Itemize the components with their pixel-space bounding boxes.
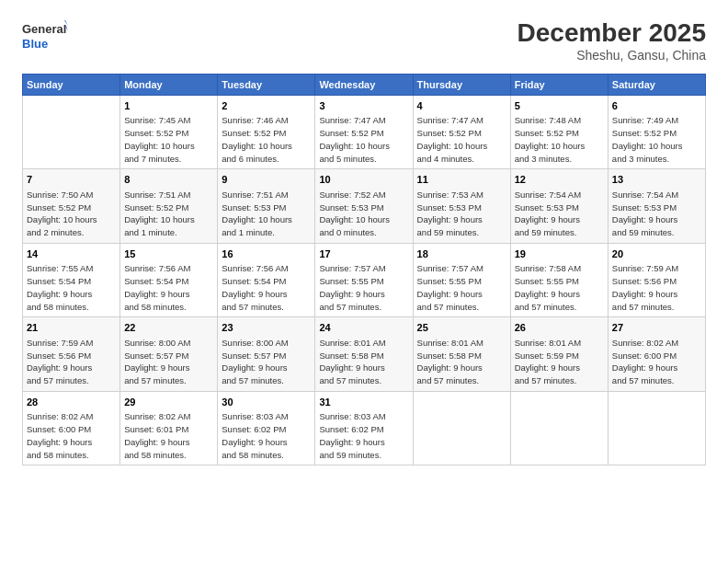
day-number: 30 bbox=[222, 396, 311, 409]
day-number: 28 bbox=[27, 396, 116, 409]
day-number: 6 bbox=[612, 99, 701, 113]
day-info: Sunrise: 7:47 AM Sunset: 5:52 PM Dayligh… bbox=[417, 114, 506, 165]
day-number: 3 bbox=[319, 99, 408, 113]
day-number: 5 bbox=[515, 99, 604, 113]
day-info: Sunrise: 7:49 AM Sunset: 5:52 PM Dayligh… bbox=[612, 114, 701, 165]
day-cell: 21Sunrise: 7:59 AM Sunset: 5:56 PM Dayli… bbox=[23, 317, 120, 391]
day-number: 14 bbox=[27, 247, 116, 261]
day-cell: 13Sunrise: 7:54 AM Sunset: 5:53 PM Dayli… bbox=[608, 169, 705, 243]
day-info: Sunrise: 7:45 AM Sunset: 5:52 PM Dayligh… bbox=[124, 114, 213, 165]
header-row: SundayMondayTuesdayWednesdayThursdayFrid… bbox=[23, 75, 706, 96]
day-cell: 31Sunrise: 8:03 AM Sunset: 6:02 PM Dayli… bbox=[315, 391, 413, 465]
day-info: Sunrise: 7:51 AM Sunset: 5:52 PM Dayligh… bbox=[124, 189, 213, 239]
day-number: 9 bbox=[222, 173, 311, 187]
col-header-thursday: Thursday bbox=[413, 75, 510, 96]
logo: General Blue bbox=[22, 18, 68, 53]
week-row-1: 1Sunrise: 7:45 AM Sunset: 5:52 PM Daylig… bbox=[23, 96, 706, 169]
day-info: Sunrise: 7:57 AM Sunset: 5:55 PM Dayligh… bbox=[417, 262, 506, 313]
day-number: 24 bbox=[319, 321, 408, 335]
day-cell: 14Sunrise: 7:55 AM Sunset: 5:54 PM Dayli… bbox=[23, 243, 120, 316]
day-number: 26 bbox=[515, 321, 604, 335]
calendar-table: SundayMondayTuesdayWednesdayThursdayFrid… bbox=[22, 74, 706, 465]
day-info: Sunrise: 8:03 AM Sunset: 6:02 PM Dayligh… bbox=[319, 410, 408, 461]
day-info: Sunrise: 8:00 AM Sunset: 5:57 PM Dayligh… bbox=[124, 337, 213, 387]
day-cell: 20Sunrise: 7:59 AM Sunset: 5:56 PM Dayli… bbox=[608, 243, 705, 316]
svg-text:General: General bbox=[22, 22, 66, 36]
day-info: Sunrise: 8:01 AM Sunset: 5:58 PM Dayligh… bbox=[417, 337, 506, 387]
day-info: Sunrise: 8:00 AM Sunset: 5:57 PM Dayligh… bbox=[222, 337, 311, 387]
week-row-4: 21Sunrise: 7:59 AM Sunset: 5:56 PM Dayli… bbox=[23, 317, 706, 391]
day-cell: 19Sunrise: 7:58 AM Sunset: 5:55 PM Dayli… bbox=[510, 243, 608, 316]
day-info: Sunrise: 7:54 AM Sunset: 5:53 PM Dayligh… bbox=[612, 189, 701, 239]
day-cell: 11Sunrise: 7:53 AM Sunset: 5:53 PM Dayli… bbox=[413, 169, 510, 243]
day-number: 11 bbox=[417, 173, 506, 187]
day-info: Sunrise: 7:56 AM Sunset: 5:54 PM Dayligh… bbox=[124, 262, 213, 313]
day-info: Sunrise: 8:01 AM Sunset: 5:58 PM Dayligh… bbox=[319, 337, 408, 387]
col-header-wednesday: Wednesday bbox=[315, 75, 413, 96]
day-number: 21 bbox=[27, 321, 116, 335]
day-cell: 12Sunrise: 7:54 AM Sunset: 5:53 PM Dayli… bbox=[510, 169, 608, 243]
day-info: Sunrise: 7:51 AM Sunset: 5:53 PM Dayligh… bbox=[222, 189, 311, 239]
day-info: Sunrise: 7:59 AM Sunset: 5:56 PM Dayligh… bbox=[612, 262, 701, 313]
day-info: Sunrise: 7:59 AM Sunset: 5:56 PM Dayligh… bbox=[27, 337, 116, 387]
page-header: General Blue December 2025 Sheshu, Gansu… bbox=[22, 18, 706, 63]
day-cell bbox=[608, 391, 705, 465]
day-number: 27 bbox=[612, 321, 701, 335]
day-cell: 8Sunrise: 7:51 AM Sunset: 5:52 PM Daylig… bbox=[120, 169, 218, 243]
day-number: 2 bbox=[222, 99, 311, 113]
day-cell: 23Sunrise: 8:00 AM Sunset: 5:57 PM Dayli… bbox=[218, 317, 315, 391]
day-info: Sunrise: 7:54 AM Sunset: 5:53 PM Dayligh… bbox=[515, 189, 604, 239]
day-cell: 10Sunrise: 7:52 AM Sunset: 5:53 PM Dayli… bbox=[315, 169, 413, 243]
svg-text:Blue: Blue bbox=[22, 37, 48, 51]
day-number: 15 bbox=[124, 247, 213, 261]
day-info: Sunrise: 7:48 AM Sunset: 5:52 PM Dayligh… bbox=[515, 114, 604, 165]
day-cell: 7Sunrise: 7:50 AM Sunset: 5:52 PM Daylig… bbox=[23, 169, 120, 243]
day-number: 8 bbox=[124, 173, 213, 187]
page-subtitle: Sheshu, Gansu, China bbox=[518, 48, 706, 63]
day-number: 20 bbox=[612, 247, 701, 261]
week-row-5: 28Sunrise: 8:02 AM Sunset: 6:00 PM Dayli… bbox=[23, 391, 706, 465]
day-cell: 25Sunrise: 8:01 AM Sunset: 5:58 PM Dayli… bbox=[413, 317, 510, 391]
day-number: 16 bbox=[222, 247, 311, 261]
day-cell: 15Sunrise: 7:56 AM Sunset: 5:54 PM Dayli… bbox=[120, 243, 218, 316]
day-cell: 16Sunrise: 7:56 AM Sunset: 5:54 PM Dayli… bbox=[218, 243, 315, 316]
day-info: Sunrise: 7:56 AM Sunset: 5:54 PM Dayligh… bbox=[222, 262, 311, 313]
day-number: 22 bbox=[124, 321, 213, 335]
day-cell: 9Sunrise: 7:51 AM Sunset: 5:53 PM Daylig… bbox=[218, 169, 315, 243]
day-cell bbox=[510, 391, 608, 465]
day-number: 17 bbox=[319, 247, 408, 261]
day-info: Sunrise: 7:50 AM Sunset: 5:52 PM Dayligh… bbox=[27, 189, 116, 239]
col-header-tuesday: Tuesday bbox=[218, 75, 315, 96]
day-number: 19 bbox=[515, 247, 604, 261]
col-header-sunday: Sunday bbox=[23, 75, 120, 96]
day-cell: 5Sunrise: 7:48 AM Sunset: 5:52 PM Daylig… bbox=[510, 96, 608, 169]
day-cell bbox=[23, 96, 120, 169]
day-info: Sunrise: 7:57 AM Sunset: 5:55 PM Dayligh… bbox=[319, 262, 408, 313]
day-info: Sunrise: 8:02 AM Sunset: 6:00 PM Dayligh… bbox=[612, 337, 701, 387]
day-number: 4 bbox=[417, 99, 506, 113]
day-cell bbox=[413, 391, 510, 465]
day-info: Sunrise: 7:47 AM Sunset: 5:52 PM Dayligh… bbox=[319, 114, 408, 165]
day-number: 1 bbox=[124, 99, 213, 113]
day-info: Sunrise: 8:01 AM Sunset: 5:59 PM Dayligh… bbox=[515, 337, 604, 387]
col-header-monday: Monday bbox=[120, 75, 218, 96]
day-cell: 4Sunrise: 7:47 AM Sunset: 5:52 PM Daylig… bbox=[413, 96, 510, 169]
col-header-saturday: Saturday bbox=[608, 75, 705, 96]
day-number: 31 bbox=[319, 396, 408, 409]
day-info: Sunrise: 8:02 AM Sunset: 6:01 PM Dayligh… bbox=[124, 410, 213, 461]
day-cell: 27Sunrise: 8:02 AM Sunset: 6:00 PM Dayli… bbox=[608, 317, 705, 391]
day-number: 13 bbox=[612, 173, 701, 187]
day-info: Sunrise: 7:53 AM Sunset: 5:53 PM Dayligh… bbox=[417, 189, 506, 239]
day-cell: 28Sunrise: 8:02 AM Sunset: 6:00 PM Dayli… bbox=[23, 391, 120, 465]
week-row-2: 7Sunrise: 7:50 AM Sunset: 5:52 PM Daylig… bbox=[23, 169, 706, 243]
day-number: 10 bbox=[319, 173, 408, 187]
day-info: Sunrise: 7:52 AM Sunset: 5:53 PM Dayligh… bbox=[319, 189, 408, 239]
day-cell: 3Sunrise: 7:47 AM Sunset: 5:52 PM Daylig… bbox=[315, 96, 413, 169]
day-cell: 30Sunrise: 8:03 AM Sunset: 6:02 PM Dayli… bbox=[218, 391, 315, 465]
day-cell: 1Sunrise: 7:45 AM Sunset: 5:52 PM Daylig… bbox=[120, 96, 218, 169]
logo-svg: General Blue bbox=[22, 18, 68, 53]
day-info: Sunrise: 7:58 AM Sunset: 5:55 PM Dayligh… bbox=[515, 262, 604, 313]
title-block: December 2025 Sheshu, Gansu, China bbox=[518, 18, 706, 63]
page-title: December 2025 bbox=[518, 18, 706, 48]
day-cell: 2Sunrise: 7:46 AM Sunset: 5:52 PM Daylig… bbox=[218, 96, 315, 169]
